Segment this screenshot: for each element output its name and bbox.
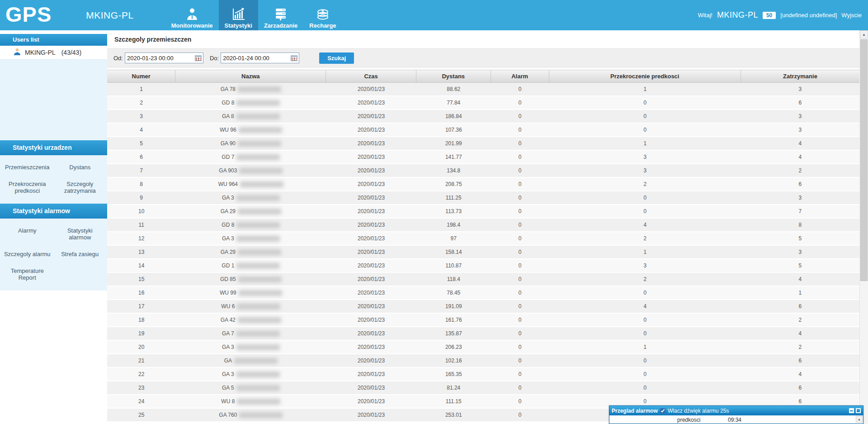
table-row[interactable]: 9GA 32020/01/23111.25003 <box>107 191 859 205</box>
table-row[interactable]: 16WU 992020/01/2378.45001 <box>107 286 859 300</box>
table-row[interactable]: 11GD 82020/01/23198.4048 <box>107 219 859 232</box>
cell-alarm: 0 <box>491 368 549 381</box>
device-name-prefix: GA 8 <box>222 113 234 119</box>
table-row[interactable]: 2GD 82020/01/2377.84006 <box>107 96 859 110</box>
device-name-prefix: GA 78 <box>221 86 236 92</box>
sidebar-item-alarmy[interactable]: Alarmy <box>1 222 54 246</box>
welcome-text: Witaj! <box>698 12 712 19</box>
alarm-popup-titlebar[interactable]: Przeglad alarmow Wlacz dźwięk alarmu 25s <box>609 406 863 415</box>
table-row[interactable]: 1GA 782020/01/2388.62013 <box>107 83 859 96</box>
column-header-zatrzymanie[interactable]: Zatrzymanie <box>741 70 859 82</box>
sidebar-item-statystyki-alarmow[interactable]: Statystyki alarmow <box>54 222 107 246</box>
cell-dystans: 158.14 <box>416 246 491 258</box>
table-row[interactable]: 13GA 292020/01/23158.14013 <box>107 246 859 259</box>
sidebar-item-szczegoly-alarmu[interactable]: Szczegoly alarmu <box>1 246 54 262</box>
cell-alarm: 0 <box>491 96 549 109</box>
popup-scroll-up[interactable]: ▲ <box>856 416 863 423</box>
nav-statystyki[interactable]: Statystyki <box>219 0 258 30</box>
restore-icon[interactable] <box>856 408 861 413</box>
cell-przekroczenie: 0 <box>549 96 741 109</box>
calendar-icon[interactable] <box>195 55 202 61</box>
column-header-nazwa[interactable]: Nazwa <box>175 70 326 82</box>
table-row[interactable]: 21GA2020/01/23102.16006 <box>107 354 859 368</box>
redacted-blur <box>239 168 283 174</box>
table-row[interactable]: 5GA 902020/01/23201.99014 <box>107 137 859 151</box>
cell-nazwa: GA 3 <box>175 232 326 245</box>
column-header-dystans[interactable]: Dystans <box>416 70 491 82</box>
sidebar-item-strefa-zasiegu[interactable]: Strefa zasiegu <box>54 246 107 262</box>
table-row[interactable]: 10GA 292020/01/23113.73007 <box>107 205 859 219</box>
column-header-alarm[interactable]: Alarm <box>491 70 549 82</box>
sidebar-item-przekroczenia-predkosci[interactable]: Przekroczenia predkosci <box>1 176 54 199</box>
table-row[interactable]: 4WU 962020/01/23107.36003 <box>107 124 859 137</box>
cell-nazwa: WU 99 <box>175 286 326 299</box>
table-row[interactable]: 20GA 32020/01/23206.23012 <box>107 341 859 354</box>
sidebar-links-alarmow: Alarmy Statystyki alarmow Szczegoly alar… <box>0 219 107 291</box>
calendar-icon[interactable] <box>291 55 297 61</box>
sidebar-item-szczegoly-zatrzymania[interactable]: Szczegoly zatrzymania <box>54 176 107 199</box>
table-row[interactable]: 14GD 12020/01/23110.87035 <box>107 259 859 273</box>
redacted-blur <box>236 385 280 391</box>
table-row[interactable]: 6GD 72020/01/23141.77034 <box>107 151 859 164</box>
sidebar-gap <box>0 30 107 34</box>
cell-czas: 2020/01/23 <box>326 409 416 421</box>
scrollbar-thumb[interactable] <box>860 39 868 281</box>
nav-zarzadzanie[interactable]: Zarzadzanie <box>258 0 303 30</box>
cell-zatrzymanie: 6 <box>741 381 859 394</box>
cell-czas: 2020/01/23 <box>326 341 416 353</box>
cell-numer: 5 <box>107 137 175 150</box>
cell-zatrzymanie: 4 <box>741 273 859 286</box>
cell-czas: 2020/01/23 <box>326 110 416 123</box>
nav-monitorowanie[interactable]: Monitorowanie <box>165 0 219 30</box>
search-button[interactable]: Szukaj <box>319 52 354 64</box>
table-row[interactable]: 3GA 82020/01/23186.84003 <box>107 110 859 124</box>
cell-alarm: 0 <box>491 354 549 367</box>
device-name-prefix: GA 29 <box>221 208 236 214</box>
cell-zatrzymanie: 2 <box>741 164 859 177</box>
redacted-blur <box>238 276 282 282</box>
cell-dystans: 118.4 <box>416 273 491 286</box>
main-scrollbar[interactable]: ▲ <box>859 30 868 424</box>
redacted-blur <box>238 209 281 214</box>
cell-czas: 2020/01/23 <box>326 178 416 191</box>
table-row[interactable]: 18GA 422020/01/23161.76002 <box>107 314 859 327</box>
nav-label: Zarzadzanie <box>264 22 297 29</box>
device-name-prefix: GA 7 <box>222 330 234 337</box>
cell-czas: 2020/01/23 <box>326 191 416 204</box>
table-row[interactable]: 19GA 72020/01/23135.87004 <box>107 327 859 341</box>
cell-alarm: 0 <box>491 395 549 408</box>
cell-alarm: 0 <box>491 151 549 163</box>
cell-zatrzymanie: 5 <box>741 259 859 272</box>
sidebar-item-dystans[interactable]: Dystans <box>54 159 107 176</box>
table-row[interactable]: 12GA 32020/01/2397025 <box>107 232 859 246</box>
main-content: Szczegoly przemieszczen Od: Do: Szukaj N… <box>107 30 859 424</box>
table-row[interactable]: 15GD 852020/01/23118.4024 <box>107 273 859 286</box>
user-row[interactable]: MKING-PL (43/43) <box>0 46 107 60</box>
scroll-up-button[interactable]: ▲ <box>860 30 868 38</box>
date-to-input[interactable] <box>221 52 299 63</box>
nav-recharge[interactable]: $ Recharge <box>303 0 342 30</box>
date-from-input[interactable] <box>125 52 203 63</box>
count-badge[interactable]: 50 <box>763 12 776 19</box>
table-row[interactable]: 7GA 9032020/01/23134.8032 <box>107 164 859 178</box>
table-row[interactable]: 22GA 32020/01/23165.35004 <box>107 368 859 381</box>
sidebar-item-temperature-report[interactable]: Temperature Report <box>1 262 54 286</box>
main-nav: Monitorowanie Statystyki Zarzadzanie $ R… <box>165 0 342 30</box>
table-row[interactable]: 8WU 9642020/01/23208.75026 <box>107 178 859 191</box>
table-row[interactable]: 17WU 62020/01/23191.09046 <box>107 300 859 314</box>
column-header-czas[interactable]: Czas <box>326 70 416 82</box>
cell-przekroczenie: 4 <box>549 219 741 231</box>
sidebar-item-przemieszczenia[interactable]: Przemieszczenia <box>1 159 54 176</box>
device-name-prefix: GD 85 <box>220 276 236 282</box>
cell-alarm: 0 <box>491 137 549 150</box>
sound-checkbox[interactable] <box>660 408 665 414</box>
cell-dystans: 135.87 <box>416 327 491 340</box>
device-name-prefix: WU 99 <box>220 290 236 296</box>
popup-title: Przeglad alarmow <box>612 408 658 414</box>
column-header-numer[interactable]: Numer <box>107 70 175 82</box>
redacted-blur <box>236 195 280 201</box>
column-header-przekroczenie[interactable]: Przekroczenie predkosci <box>549 70 741 82</box>
logout-link[interactable]: Wyjscie <box>841 12 862 19</box>
minimize-icon[interactable] <box>849 408 854 413</box>
table-row[interactable]: 23GA 52020/01/2381.24006 <box>107 381 859 395</box>
